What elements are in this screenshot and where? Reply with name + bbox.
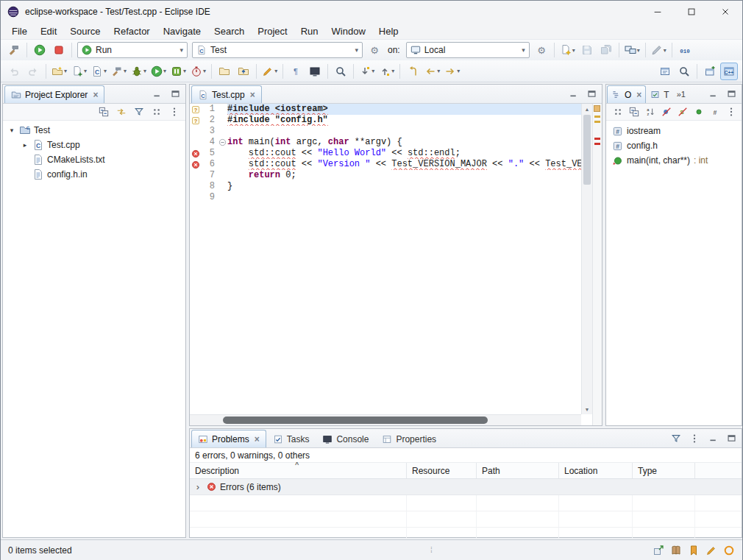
menu-run[interactable]: Run <box>294 24 325 38</box>
gutter-annotation[interactable] <box>190 159 202 170</box>
outline-item[interactable]: #iostream <box>606 124 742 138</box>
back-button[interactable]: ▾ <box>423 63 441 80</box>
menu-file[interactable]: File <box>5 24 34 38</box>
save-button[interactable] <box>578 41 596 59</box>
sort-button[interactable]: az <box>644 105 657 118</box>
debug-button[interactable]: ▾ <box>129 63 148 80</box>
minimize-view-button[interactable] <box>706 432 719 445</box>
gutter-annotation[interactable] <box>190 137 202 148</box>
next-annotation-button[interactable]: ▾ <box>358 63 376 80</box>
filter-button[interactable] <box>669 432 683 445</box>
view-menu-button[interactable] <box>168 105 181 118</box>
coverage-button[interactable]: ▾ <box>169 63 188 80</box>
minimize-window-button[interactable] <box>641 1 675 23</box>
new-wizard-button[interactable]: ▾ <box>558 41 577 59</box>
column-header-description[interactable]: Description^ <box>190 463 407 478</box>
horizontal-scroll-thumb[interactable] <box>223 417 488 424</box>
menu-source[interactable]: Source <box>63 24 107 38</box>
link-editor-button[interactable] <box>115 105 128 118</box>
overview-mark-warning[interactable] <box>594 121 600 123</box>
restore-trim-button[interactable] <box>653 545 664 556</box>
close-icon[interactable]: × <box>636 90 641 100</box>
column-header-type[interactable]: Type <box>633 463 695 478</box>
menu-window[interactable]: Window <box>325 24 372 38</box>
menu-refactor[interactable]: Refactor <box>107 24 157 38</box>
customize-button[interactable] <box>150 105 163 118</box>
search-button[interactable] <box>332 63 349 80</box>
gutter-annotation[interactable] <box>190 170 202 181</box>
pencil-button[interactable]: ▾ <box>260 63 279 80</box>
vertical-scrollbar[interactable]: ▲ ▼ <box>581 104 592 414</box>
gutter-annotation[interactable] <box>190 148 202 159</box>
search-button[interactable] <box>675 63 693 80</box>
close-icon[interactable]: × <box>250 90 255 100</box>
gear-button[interactable]: ⚙ <box>533 41 550 59</box>
view-menu-button[interactable] <box>725 105 737 118</box>
hide-nonpublic-button[interactable] <box>692 105 705 118</box>
fold-collapse-icon[interactable] <box>218 138 227 146</box>
gutter-annotation[interactable]: ? <box>190 115 202 126</box>
pilcrow-button[interactable]: ¶ <box>287 63 305 80</box>
code-editor[interactable]: ?1#include <iostream>?2#include "config.… <box>190 104 581 414</box>
overview-mark-error[interactable] <box>594 143 600 145</box>
column-header-path[interactable]: Path <box>477 463 559 478</box>
tab-test-cpp[interactable]: C Test.cpp × <box>191 85 262 103</box>
new-file-button[interactable]: ▾ <box>70 63 88 80</box>
sash-handle[interactable]: ⁞ <box>430 546 433 554</box>
collapse-all-button[interactable] <box>97 105 110 118</box>
prev-annotation-button[interactable]: ▾ <box>377 63 396 80</box>
customize-button[interactable] <box>612 105 625 118</box>
gutter-annotation[interactable] <box>190 192 202 203</box>
scroll-up-icon[interactable]: ▲ <box>582 104 592 114</box>
minimize-view-button[interactable] <box>150 88 163 101</box>
close-icon[interactable]: × <box>93 90 98 100</box>
gutter-annotation[interactable]: ? <box>190 104 202 115</box>
test-launch-combo[interactable]: CTest▾ <box>192 42 363 58</box>
outline-item[interactable]: #config.h <box>606 138 742 153</box>
open-type-button[interactable] <box>235 63 252 80</box>
pencil-button[interactable] <box>705 545 717 556</box>
tab-properties[interactable]: Properties <box>375 430 443 447</box>
hammer-button[interactable] <box>5 41 23 59</box>
editor-window-button[interactable] <box>656 63 674 80</box>
menu-search[interactable]: Search <box>207 24 251 38</box>
screens-button[interactable]: ▾ <box>623 41 641 59</box>
hide-fields-button[interactable] <box>661 105 673 118</box>
open-perspective-button[interactable] <box>701 63 719 80</box>
cpp-perspective-button[interactable]: C++ <box>720 63 738 80</box>
tree-item-file[interactable]: config.h.in <box>3 167 185 182</box>
bookmark-button[interactable] <box>688 545 700 556</box>
hide-static-button[interactable]: S <box>677 105 689 118</box>
maximize-view-button[interactable] <box>725 88 738 101</box>
outline-tree[interactable]: #iostream#config.hmain(int, char**) : in… <box>606 121 742 168</box>
new-project-button[interactable]: ▾ <box>50 63 68 80</box>
minimize-view-button[interactable] <box>566 88 580 101</box>
tab-tasks[interactable]: Tasks <box>266 430 316 447</box>
menu-help[interactable]: Help <box>372 24 405 38</box>
tree-item-file[interactable]: CMakeLists.txt <box>3 152 185 167</box>
menu-navigate[interactable]: Navigate <box>157 24 207 38</box>
close-window-button[interactable] <box>708 1 742 23</box>
menu-edit[interactable]: Edit <box>34 24 63 38</box>
minimize-view-button[interactable] <box>706 88 719 101</box>
expander-icon[interactable]: ▸ <box>21 141 29 149</box>
save-all-button[interactable] <box>597 41 615 59</box>
outline-item[interactable]: main(int, char**) : int <box>606 153 742 168</box>
expander-icon[interactable]: › <box>193 481 203 492</box>
console-button[interactable] <box>306 63 324 80</box>
notification-button[interactable] <box>723 545 735 556</box>
vertical-scroll-thumb[interactable] <box>583 115 591 185</box>
project-tree[interactable]: ▾CTest▸CTest.cppCMakeLists.txtconfig.h.i… <box>3 121 185 182</box>
overview-mark-warning[interactable] <box>594 116 600 118</box>
maximize-window-button[interactable] <box>675 1 708 23</box>
build-button[interactable]: ▾ <box>110 63 128 80</box>
maximize-view-button[interactable] <box>725 432 738 445</box>
run-button[interactable] <box>31 41 49 59</box>
tab-task-list[interactable]: T <box>646 85 673 103</box>
column-header-resource[interactable]: Resource <box>407 463 477 478</box>
collapse-all-button[interactable] <box>628 105 641 118</box>
book-button[interactable] <box>670 545 682 556</box>
gutter-annotation[interactable] <box>190 181 202 192</box>
tab-problems[interactable]: Problems× <box>191 430 266 447</box>
maximize-view-button[interactable] <box>168 88 182 101</box>
